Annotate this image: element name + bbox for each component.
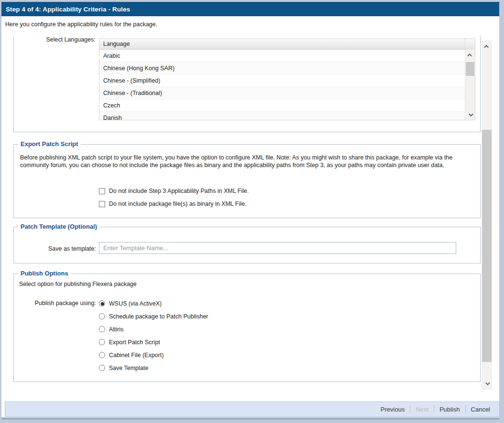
chevron-down-icon [468,112,473,116]
radio-icon[interactable] [99,326,105,332]
publish-options-subtitle: Select option for publishing Flexera pac… [19,281,137,287]
previous-button[interactable]: Previous [375,406,410,413]
main-scroll-up-button[interactable] [482,40,492,53]
publish-option-list: WSUS (via ActiveX) Schedule package to P… [99,297,208,374]
publish-option-cabinet-file[interactable]: Cabinet File (Export) [99,349,208,361]
exclude-binary-checkbox-row: Do not include package file(s) as binary… [99,200,247,208]
language-row[interactable]: Danish [99,112,465,120]
dialog-subtitle: Here you configure the applicability rul… [5,21,157,28]
publish-option-label: Export Patch Script [109,339,160,346]
wizard-dialog: Step 4 of 4: Applicability Criteria - Ru… [0,0,504,423]
save-as-template-label: Save as template: [14,243,96,254]
publish-option-altiris[interactable]: Altiris [99,323,208,336]
export-patch-script-title: Export Patch Script [18,140,81,148]
publish-option-label: WSUS (via ActiveX) [109,300,161,307]
radio-icon[interactable] [99,352,105,358]
list-scroll-down-button[interactable] [465,109,475,120]
content-panel: Select Languages: Language Arabic Chines… [5,36,482,391]
publish-option-label: Save Template [109,365,148,371]
language-column-header[interactable]: Language [99,39,475,50]
chevron-down-icon [485,381,490,385]
export-patch-script-group: Export Patch Script Before publishing XM… [13,144,481,218]
exclude-paths-checkbox-row: Do not include Step 3 Applicability Path… [99,187,249,195]
radio-icon[interactable] [99,365,105,371]
next-button: Next [410,406,434,413]
list-scrollbar-thumb[interactable] [466,62,474,76]
title-bar: Step 4 of 4: Applicability Criteria - Ru… [1,2,499,16]
exclude-binary-checkbox[interactable] [99,201,105,207]
export-patch-script-description: Before publishing XML patch script to yo… [20,154,472,169]
publish-option-label: Altiris [109,326,124,333]
publish-option-export-script[interactable]: Export Patch Script [99,336,208,349]
select-languages-label: Select Languages: [14,36,96,43]
language-row[interactable]: Chinese (Hong Kong SAR) [99,62,465,74]
dialog-title: Step 4 of 4: Applicability Criteria - Ru… [6,6,130,13]
publish-option-label: Schedule package to Patch Publisher [109,313,208,320]
publish-options-group: Publish Options Select option for publis… [13,274,481,382]
main-scrollbar[interactable] [482,40,492,390]
publish-option-label: Cabinet File (Export) [109,352,164,359]
main-scrollbar-thumb[interactable] [482,130,492,362]
cancel-button[interactable]: Cancel [466,406,495,413]
language-list: Language Arabic Chinese (Hong Kong SAR) … [99,38,475,120]
exclude-paths-checkbox[interactable] [99,188,105,194]
publish-button[interactable]: Publish [434,406,465,413]
chevron-up-icon [467,53,472,58]
language-row[interactable]: Chinese - (Traditional) [99,87,465,99]
radio-icon[interactable] [99,313,105,319]
patch-template-group: Patch Template (Optional) Save as templa… [13,227,481,264]
list-scrollbar[interactable] [465,50,475,120]
exclude-binary-checkbox-label: Do not include package file(s) as binary… [109,201,247,207]
language-rows: Arabic Chinese (Hong Kong SAR) Chinese -… [99,50,465,120]
language-row[interactable]: Chinese - (Simplified) [99,74,465,87]
patch-template-title: Patch Template (Optional) [18,223,99,230]
publish-option-patch-publisher[interactable]: Schedule package to Patch Publisher [99,310,208,323]
template-name-input[interactable] [99,242,456,254]
exclude-paths-checkbox-label: Do not include Step 3 Applicability Path… [109,188,249,194]
publish-package-using-label: Publish package using: [14,297,96,310]
list-scroll-up-button[interactable] [465,50,475,60]
footer-button-bar: Previous Next Publish Cancel [5,402,500,417]
publish-option-save-template[interactable]: Save Template [99,361,208,374]
radio-icon[interactable] [99,300,105,307]
publish-option-wsus[interactable]: WSUS (via ActiveX) [99,297,208,310]
language-row[interactable]: Arabic [99,50,465,62]
language-header-corner [465,39,475,50]
chevron-up-icon [484,44,489,49]
main-scroll-down-button[interactable] [482,377,492,390]
window-bottom-edge [1,418,499,420]
language-row[interactable]: Czech [99,99,465,112]
radio-icon[interactable] [99,339,105,345]
publish-options-title: Publish Options [18,270,71,277]
